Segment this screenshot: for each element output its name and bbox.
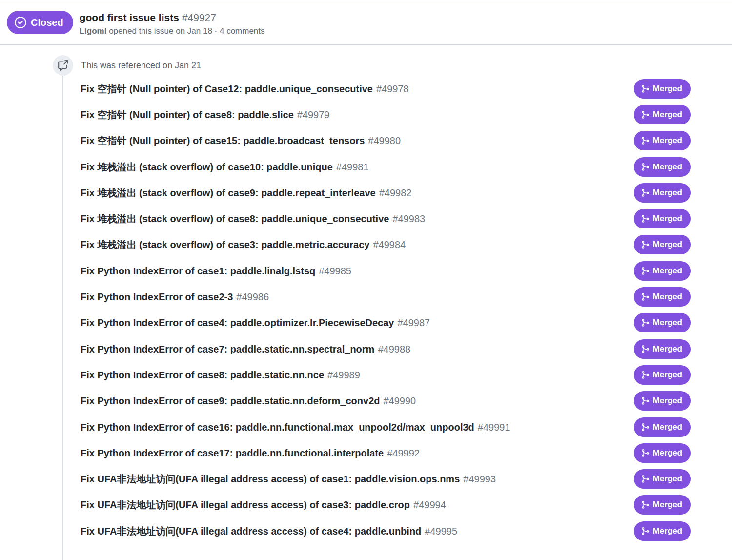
merged-badge: Merged (634, 287, 691, 307)
git-merge-icon (641, 449, 650, 457)
referenced-pr-link[interactable]: Fix 堆栈溢出 (stack overflow) of case8: padd… (81, 212, 425, 225)
referenced-pr-link[interactable]: Fix Python IndexError of case16: paddle.… (81, 421, 510, 434)
merged-badge: Merged (634, 183, 691, 203)
merged-badge: Merged (634, 521, 691, 541)
git-merge-icon (641, 318, 650, 327)
referenced-pr-row: Fix Python IndexError of case17: paddle.… (81, 440, 691, 466)
merged-badge-label: Merged (653, 188, 682, 198)
merged-badge-label: Merged (653, 448, 682, 458)
referenced-pr-link[interactable]: Fix UFA非法地址访问(UFA illegal address access… (81, 473, 496, 485)
merged-badge-label: Merged (653, 500, 682, 510)
referenced-pr-title: Fix UFA非法地址访问(UFA illegal address access… (81, 526, 421, 537)
merged-badge: Merged (634, 313, 691, 332)
referenced-pr-link[interactable]: Fix Python IndexError of case9: paddle.s… (81, 394, 416, 407)
referenced-pr-link[interactable]: Fix Python IndexError of case17: paddle.… (81, 447, 420, 459)
referenced-pr-number: #49990 (383, 395, 416, 406)
referenced-pr-row: Fix Python IndexError of case16: paddle.… (81, 414, 691, 440)
referenced-pr-link[interactable]: Fix UFA非法地址访问(UFA illegal address access… (81, 525, 457, 538)
issue-closed-icon (15, 17, 26, 28)
git-merge-icon (641, 500, 650, 509)
merged-badge: Merged (634, 469, 691, 489)
timeline-line (62, 55, 63, 560)
referenced-pr-link[interactable]: Fix 堆栈溢出 (stack overflow) of case10: pad… (81, 161, 369, 173)
merged-badge-label: Merged (653, 344, 682, 354)
merged-badge: Merged (634, 391, 691, 411)
referenced-pr-number: #49980 (368, 135, 401, 146)
referenced-pr-link[interactable]: Fix 空指针 (Null pointer) of case15: paddle… (81, 134, 401, 147)
referenced-pr-number: #49994 (413, 499, 446, 510)
referenced-pr-number: #49991 (478, 422, 510, 433)
referenced-pr-number: #49979 (297, 109, 330, 120)
merged-badge-label: Merged (653, 292, 682, 302)
referenced-pr-link[interactable]: Fix 空指针 (Null pointer) of Case12: paddle… (81, 83, 409, 95)
merged-badge-label: Merged (653, 162, 682, 172)
referenced-pr-link[interactable]: Fix Python IndexError of case2-3#49986 (81, 290, 269, 303)
git-merge-icon (641, 110, 650, 119)
referenced-pr-link[interactable]: Fix Python IndexError of case4: paddle.o… (81, 316, 430, 329)
referenced-pr-row: Fix UFA非法地址访问(UFA illegal address access… (81, 492, 691, 518)
referenced-pr-title: Fix 堆栈溢出 (stack overflow) of case8: padd… (81, 213, 389, 224)
git-merge-icon (641, 527, 650, 536)
merged-badge-label: Merged (653, 422, 682, 432)
merged-badge: Merged (634, 157, 691, 177)
referenced-pr-title: Fix Python IndexError of case16: paddle.… (81, 422, 474, 433)
merged-badge-label: Merged (653, 84, 682, 94)
git-merge-icon (641, 214, 650, 223)
referenced-pr-title: Fix Python IndexError of case9: paddle.s… (81, 395, 380, 406)
referenced-pr-number: #49993 (463, 474, 496, 484)
referenced-pr-row: Fix UFA非法地址访问(UFA illegal address access… (81, 518, 691, 544)
merged-badge: Merged (634, 235, 691, 254)
referenced-pr-number: #49978 (376, 83, 409, 94)
referenced-pr-link[interactable]: Fix Python IndexError of case8: paddle.s… (81, 369, 360, 381)
merged-badge: Merged (634, 209, 691, 228)
referenced-pr-link[interactable]: Fix 堆栈溢出 (stack overflow) of case9: padd… (81, 187, 411, 199)
referenced-pr-title: Fix 堆栈溢出 (stack overflow) of case3: padd… (81, 239, 369, 250)
referenced-pr-title: Fix UFA非法地址访问(UFA illegal address access… (81, 499, 410, 510)
issue-number: #49927 (182, 12, 216, 23)
issue-state-badge: Closed (7, 11, 73, 34)
referenced-pr-row: Fix Python IndexError of case4: paddle.o… (81, 310, 691, 336)
git-merge-icon (641, 396, 650, 405)
issue-byline-text: opened this issue on Jan 18 · 4 comments (109, 26, 264, 36)
referenced-pr-number: #49985 (319, 266, 351, 276)
issue-title-block: good first issue lists#49927 Ligoml open… (80, 11, 265, 36)
git-merge-icon (641, 136, 650, 145)
referenced-pr-number: #49982 (379, 187, 412, 198)
merged-badge-label: Merged (653, 396, 682, 406)
issue-byline: Ligoml opened this issue on Jan 18 · 4 c… (80, 26, 265, 36)
referenced-pr-link[interactable]: Fix Python IndexError of case1: paddle.l… (81, 265, 351, 277)
git-merge-icon (641, 267, 650, 275)
referenced-pr-title: Fix Python IndexError of case17: paddle.… (81, 448, 384, 458)
referenced-pr-row: Fix Python IndexError of case7: paddle.s… (81, 336, 691, 362)
merged-badge: Merged (634, 443, 691, 463)
merged-badge-label: Merged (653, 136, 682, 145)
referenced-pr-number: #49995 (425, 526, 457, 537)
referenced-pr-link[interactable]: Fix Python IndexError of case7: paddle.s… (81, 343, 410, 355)
merged-badge: Merged (634, 417, 691, 437)
merged-badge-label: Merged (653, 474, 682, 484)
referenced-pr-number: #49983 (392, 213, 425, 224)
merged-badge: Merged (634, 495, 691, 515)
git-merge-icon (641, 345, 650, 353)
issue-header: Closed good first issue lists#49927 Ligo… (0, 0, 732, 45)
issue-title: good first issue lists (80, 12, 179, 23)
cross-reference-icon (57, 60, 69, 71)
issue-timeline: This was referenced on Jan 21 Fix 空指针 (N… (0, 55, 732, 560)
referenced-pr-link[interactable]: Fix UFA非法地址访问(UFA illegal address access… (81, 498, 446, 511)
issue-author-link[interactable]: Ligoml (80, 26, 107, 36)
git-merge-icon (641, 292, 650, 301)
referenced-list: Fix 空指针 (Null pointer) of Case12: paddle… (81, 76, 691, 544)
referenced-pr-row: Fix 堆栈溢出 (stack overflow) of case10: pad… (81, 154, 691, 180)
merged-badge: Merged (634, 105, 691, 124)
referenced-pr-number: #49988 (378, 344, 410, 354)
referenced-pr-row: Fix UFA非法地址访问(UFA illegal address access… (81, 466, 691, 492)
referenced-pr-link[interactable]: Fix 堆栈溢出 (stack overflow) of case3: padd… (81, 238, 406, 251)
referenced-pr-title: Fix Python IndexError of case1: paddle.l… (81, 266, 315, 276)
referenced-pr-link[interactable]: Fix 空指针 (Null pointer) of case8: paddle.… (81, 108, 330, 121)
event-icon-circle (53, 55, 73, 76)
git-merge-icon (641, 371, 650, 379)
referenced-pr-number: #49986 (236, 291, 269, 302)
git-merge-icon (641, 84, 650, 93)
referenced-pr-number: #49989 (327, 370, 360, 380)
merged-badge: Merged (634, 365, 691, 385)
